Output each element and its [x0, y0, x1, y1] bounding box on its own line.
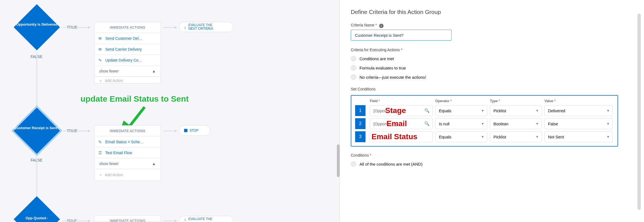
condition-row: 2 [Opportunity]… 🔍 Is null▼ Boolean▼ Fal…: [355, 118, 614, 129]
plus-icon: ＋: [99, 172, 103, 177]
action-send-carrier-delivery[interactable]: ✉ Send Carrier Delivery: [94, 44, 161, 55]
operator-value: Is null: [439, 121, 450, 126]
field-lookup[interactable]: [Opportunity].S… 🔍: [370, 105, 433, 116]
radio-icon: [351, 161, 356, 167]
radio-label: Formula evaluates to true: [360, 66, 406, 70]
action-test-email-flow[interactable]: ☲ Test Email Flow: [94, 147, 161, 158]
type-select[interactable]: Picklist▼: [490, 105, 542, 116]
criteria-node-2[interactable]: [14, 108, 60, 154]
row-number: 2: [355, 118, 366, 129]
criteria-node-2-label: Customer Receipt is Sent?: [14, 126, 60, 130]
evaluate-next-criteria-pill[interactable]: ↓ EVALUATE THENEXT CRITERIA: [179, 22, 233, 32]
condition-row: 3 🔍 Equals▼ Picklist▼ Not Sent▼ Email St…: [355, 131, 614, 142]
criteria-node-1-label: Opportunity is Delivered: [14, 22, 60, 27]
actions-group-1: IMMEDIATE ACTIONS ✉ Send Customer Del… ✉…: [94, 22, 161, 83]
add-action-2[interactable]: ＋ Add Action: [94, 169, 161, 181]
plus-icon: ＋: [99, 78, 103, 83]
process-builder-canvas: Opportunity is Delivered FALSE TRUE IMME…: [0, 0, 340, 222]
type-select[interactable]: Boolean▼: [490, 118, 542, 129]
panel-title: Define Criteria for this Action Group: [351, 9, 633, 15]
value-select[interactable]: Not Sent▼: [544, 131, 613, 142]
chevron-down-icon: ▼: [536, 135, 539, 138]
criteria-name-label: Criteria Name * i: [351, 23, 633, 28]
add-action-label: Add Action: [105, 78, 123, 83]
chevron-down-icon: ▼: [607, 135, 610, 138]
actions-header-3: IMMEDIATE ACTIONS: [94, 215, 161, 222]
row-number: 3: [355, 131, 366, 142]
stop-icon: [184, 129, 187, 132]
type-value: Picklist: [493, 135, 506, 139]
value-value: False: [548, 121, 558, 126]
chevron-down-icon: ▼: [536, 122, 539, 125]
operator-select[interactable]: Equals▼: [435, 131, 487, 142]
arrow-3a: [63, 221, 90, 221]
actions-group-2: IMMEDIATE ACTIONS ✎ Email Status = Sche……: [94, 125, 161, 181]
show-fewer-1[interactable]: show fewer ▲: [94, 66, 161, 77]
pill-label: EVALUATE THE: [188, 217, 212, 221]
caret-up-icon: ▲: [152, 162, 156, 166]
row-number: 1: [355, 105, 366, 116]
operator-value: Equals: [439, 108, 451, 113]
arrow-1b: [163, 27, 177, 28]
show-fewer-label: show fewer: [99, 69, 119, 73]
radio-label: All of the conditions are met (AND): [360, 162, 423, 166]
field-lookup[interactable]: 🔍: [370, 131, 433, 142]
envelope-icon: ✉: [98, 47, 103, 51]
condition-row: 1 [Opportunity].S… 🔍 Equals▼ Picklist▼ D…: [355, 105, 614, 116]
chevron-down-icon: ▼: [607, 122, 610, 125]
radio-icon: [351, 56, 356, 61]
add-action-label: Add Action: [105, 173, 123, 177]
pill-label: EVALUATE THENEXT CRITERIA: [188, 23, 213, 31]
panel-scrollbar[interactable]: [637, 14, 641, 210]
radio-no-criteria[interactable]: No criteria—just execute the actions!: [351, 74, 633, 80]
value-select[interactable]: False▼: [544, 118, 613, 129]
caret-up-icon: ▲: [152, 69, 156, 73]
actions-group-3: IMMEDIATE ACTIONS: [94, 215, 161, 222]
action-label: Update Delivery Co…: [105, 58, 142, 62]
col-field: Field *: [370, 99, 433, 103]
col-operator: Operator *: [435, 99, 487, 103]
action-update-delivery[interactable]: ✎ Update Delivery Co…: [94, 55, 161, 66]
operator-select[interactable]: Is null▼: [435, 118, 487, 129]
criteria-detail-panel: Define Criteria for this Action Group Cr…: [340, 0, 644, 222]
envelope-icon: ✉: [98, 36, 103, 41]
show-fewer-2[interactable]: show fewer ▲: [94, 158, 161, 169]
canvas-scrollbar[interactable]: [337, 144, 340, 177]
arrow-1a: [63, 27, 90, 28]
chevron-down-icon: ▼: [607, 109, 610, 112]
actions-header-2: IMMEDIATE ACTIONS: [94, 126, 161, 136]
pencil-icon: ✎: [98, 58, 103, 62]
conditions-header-row: Field * Operator * Type * Value *: [355, 99, 614, 103]
operator-select[interactable]: Equals▼: [435, 105, 487, 116]
annotation-text: update Email Status to Sent: [80, 94, 189, 104]
radio-conditions-met[interactable]: Conditions are met: [351, 56, 633, 61]
info-icon[interactable]: i: [379, 24, 384, 28]
type-select[interactable]: Picklist▼: [490, 131, 542, 142]
criteria-name-input[interactable]: [351, 30, 452, 41]
chevron-down-icon: ▼: [481, 135, 484, 138]
radio-all-conditions[interactable]: All of the conditions are met (AND): [351, 161, 633, 167]
evaluate-next-criteria-pill-2[interactable]: ↓ EVALUATE THE: [179, 216, 233, 222]
actions-header-1: IMMEDIATE ACTIONS: [94, 22, 161, 33]
add-action-1[interactable]: ＋ Add Action: [94, 77, 161, 83]
chevron-down-icon: ▼: [481, 122, 484, 125]
arrow-3b: [163, 221, 177, 221]
col-value: Value *: [544, 99, 613, 103]
connector-v-2: [37, 157, 37, 200]
conditions-box: Field * Operator * Type * Value * 1 [Opp…: [351, 95, 618, 147]
action-email-status-scheduled[interactable]: ✎ Email Status = Sche…: [94, 136, 161, 147]
field-lookup[interactable]: [Opportunity]… 🔍: [370, 118, 433, 129]
set-conditions-label: Set Conditions: [351, 87, 633, 91]
action-send-customer-delivery[interactable]: ✉ Send Customer Del…: [94, 33, 161, 44]
radio-label: No criteria—just execute the actions!: [360, 75, 426, 80]
pill-label: STOP: [190, 129, 198, 132]
search-icon: 🔍: [424, 121, 430, 126]
value-select[interactable]: Delivered▼: [544, 105, 613, 116]
field-value: [Opportunity].S…: [373, 108, 405, 113]
stop-pill[interactable]: STOP: [179, 125, 210, 136]
connector-v-1: [37, 53, 37, 106]
radio-formula[interactable]: Formula evaluates to true: [351, 65, 633, 71]
arrow-down-icon: ↓: [184, 217, 186, 221]
criteria-node-1[interactable]: [14, 4, 60, 50]
value-value: Delivered: [548, 108, 565, 113]
